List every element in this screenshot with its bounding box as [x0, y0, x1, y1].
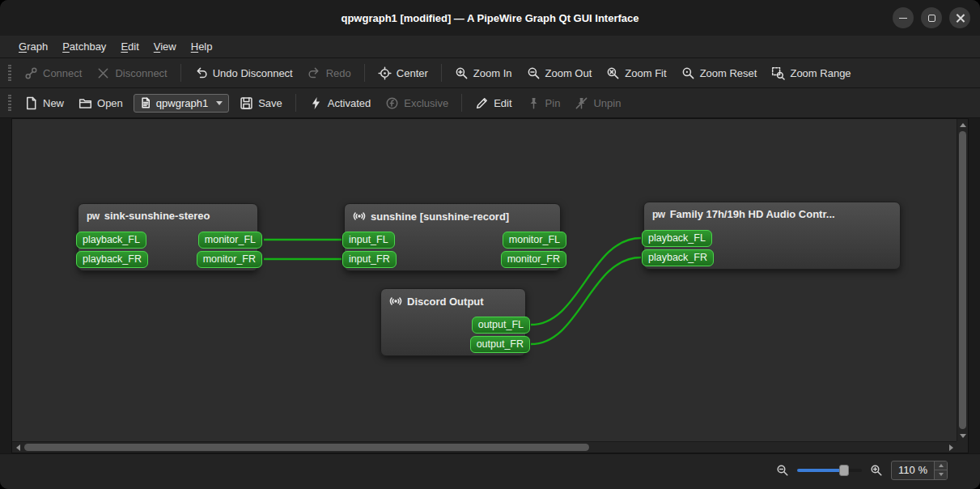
node-family-hd-audio[interactable]: pw Family 17h/19h HD Audio Contr... play… — [643, 202, 901, 270]
toolbar-drag-handle[interactable] — [8, 65, 11, 81]
audio-input-port[interactable]: playback_FR — [76, 251, 148, 268]
audio-input-port[interactable]: playback_FL — [642, 230, 712, 247]
zoom-range-button[interactable]: Zoom Range — [764, 62, 858, 84]
audio-output-port[interactable]: monitor_FL — [198, 232, 262, 249]
window-title: qpwgraph1 [modified] — A PipeWire Graph … — [341, 12, 638, 24]
zoom-decrement-button[interactable] — [935, 470, 947, 479]
pin-button[interactable]: Pin — [520, 92, 568, 114]
minimize-button[interactable] — [893, 7, 914, 28]
toolbar-separator — [461, 94, 462, 112]
zoom-slider-fill — [797, 469, 844, 472]
minimize-icon — [899, 18, 907, 19]
session-combobox[interactable]: qpwgraph1 — [134, 94, 229, 113]
graph-canvas[interactable]: pw sink-sunshine-stereo playback_FL play… — [11, 118, 969, 453]
activated-button[interactable]: Activated — [302, 92, 378, 114]
disconnect-icon — [96, 66, 110, 80]
new-file-icon — [24, 96, 38, 110]
window-controls — [893, 7, 970, 28]
disconnect-button[interactable]: Disconnect — [89, 62, 174, 84]
audio-input-port[interactable]: playback_FL — [76, 232, 146, 249]
open-button[interactable]: Open — [71, 92, 130, 114]
node-sunshine-record[interactable]: sunshine [sunshine-record] input_FL inpu… — [344, 203, 561, 271]
zoom-out-icon[interactable] — [776, 464, 789, 477]
graph-area: pw sink-sunshine-stereo playback_FL play… — [12, 119, 957, 441]
node-discord-output[interactable]: Discord Output output_FL output_FR — [380, 288, 526, 356]
menu-patchbay[interactable]: Patchbay — [55, 37, 113, 56]
node-title: pw Family 17h/19h HD Audio Contr... — [644, 202, 900, 223]
undo-disconnect-button[interactable]: Undo Disconnect — [187, 62, 300, 84]
unpin-button[interactable]: Unpin — [567, 92, 628, 114]
arrow-right-icon — [949, 444, 953, 451]
exclusive-icon — [385, 96, 399, 110]
zoom-in-icon[interactable] — [870, 464, 883, 477]
node-sink-sunshine-stereo[interactable]: pw sink-sunshine-stereo playback_FL play… — [78, 203, 258, 271]
menu-edit[interactable]: Edit — [113, 37, 146, 56]
audio-output-port[interactable]: output_FR — [470, 336, 530, 353]
node-title: pw sink-sunshine-stereo — [78, 204, 257, 225]
audio-output-port[interactable]: output_FL — [472, 317, 530, 334]
menu-view[interactable]: View — [146, 37, 184, 56]
horizontal-scrollbar[interactable] — [12, 441, 957, 453]
toolbar-drag-handle[interactable] — [8, 95, 11, 111]
zoom-spinbox[interactable]: 110 % — [891, 461, 948, 480]
maximize-button[interactable] — [921, 7, 942, 28]
audio-input-port[interactable]: input_FL — [342, 232, 395, 249]
redo-icon — [308, 66, 321, 80]
close-button[interactable] — [949, 7, 970, 28]
center-icon — [378, 66, 392, 80]
exclusive-button[interactable]: Exclusive — [378, 92, 456, 114]
zoom-reset-button[interactable]: Zoom Reset — [674, 62, 765, 84]
toolbar-graph: Connect Disconnect Undo Disconnect Redo … — [0, 58, 980, 88]
scroll-down-button[interactable] — [957, 430, 969, 441]
pipewire-icon: pw — [652, 209, 665, 220]
scroll-up-button[interactable] — [957, 119, 969, 130]
zoom-out-button[interactable]: Zoom Out — [520, 62, 600, 84]
node-title: Discord Output — [381, 289, 525, 311]
save-button[interactable]: Save — [232, 92, 290, 114]
audio-input-port[interactable]: playback_FR — [642, 249, 714, 266]
redo-button[interactable]: Redo — [300, 62, 358, 84]
center-button[interactable]: Center — [371, 62, 435, 84]
audio-output-port[interactable]: monitor_FL — [503, 232, 566, 249]
menu-graph[interactable]: Graph — [11, 37, 55, 56]
arrow-up-icon — [939, 464, 944, 467]
zoom-in-button[interactable]: Zoom In — [448, 62, 520, 84]
zoom-slider-handle[interactable] — [839, 465, 849, 476]
menubar: Graph Patchbay Edit View Help — [0, 36, 980, 58]
edit-button[interactable]: Edit — [468, 92, 519, 114]
audio-output-port[interactable]: monitor_FR — [501, 251, 566, 268]
connect-button[interactable]: Connect — [17, 62, 89, 84]
pencil-icon — [475, 96, 489, 110]
vertical-scrollbar[interactable] — [957, 119, 968, 441]
menu-help[interactable]: Help — [184, 37, 220, 56]
toolbar-file: New Open qpwgraph1 Save Activated Exclus… — [0, 88, 980, 118]
lightning-icon — [309, 96, 323, 110]
scroll-left-button[interactable] — [12, 442, 23, 453]
toolbar-separator — [441, 64, 442, 82]
pin-icon — [527, 96, 541, 110]
audio-input-port[interactable]: input_FR — [342, 251, 397, 268]
zoom-range-icon — [771, 66, 785, 80]
zoom-increment-button[interactable] — [935, 461, 947, 470]
arrow-down-icon — [939, 473, 944, 476]
node-title: sunshine [sunshine-record] — [345, 204, 560, 226]
vertical-scroll-handle[interactable] — [959, 131, 966, 429]
zoom-fit-button[interactable]: Zoom Fit — [599, 62, 673, 84]
session-name: qpwgraph1 — [156, 97, 208, 109]
scroll-right-button[interactable] — [945, 442, 957, 453]
audio-stream-icon — [389, 295, 402, 308]
zoom-slider[interactable] — [797, 469, 862, 472]
zoom-out-icon — [527, 66, 541, 80]
maximize-icon — [928, 15, 935, 22]
connections-layer — [12, 119, 957, 441]
arrow-left-icon — [16, 444, 20, 451]
new-button[interactable]: New — [17, 92, 71, 114]
session-file-icon — [140, 97, 151, 108]
audio-output-port[interactable]: monitor_FR — [197, 251, 262, 268]
toolbar-separator — [364, 64, 365, 82]
toolbar-separator — [180, 64, 181, 82]
save-icon — [240, 96, 253, 110]
scrollbar-corner — [957, 441, 968, 453]
zoom-value[interactable]: 110 % — [892, 461, 934, 479]
horizontal-scroll-handle[interactable] — [24, 444, 589, 451]
